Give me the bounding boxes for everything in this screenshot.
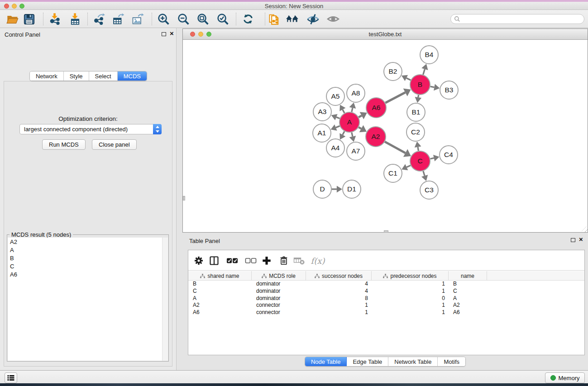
add-row-icon[interactable]: [260, 254, 273, 267]
float-panel-icon[interactable]: [162, 32, 166, 36]
graph-node-A8[interactable]: A8: [347, 84, 365, 102]
graph-node-B1[interactable]: B1: [407, 103, 425, 121]
go-home-icon[interactable]: [286, 12, 299, 26]
graph-edge-A6-B[interactable]: [385, 89, 411, 103]
tab-motifs[interactable]: Motifs: [438, 357, 465, 366]
memory-button[interactable]: Memory: [545, 372, 585, 383]
run-mcds-button[interactable]: Run MCDS: [42, 139, 86, 150]
graph-edge-D-D1[interactable]: [332, 186, 342, 193]
graph-edge-C-C2[interactable]: [415, 142, 421, 151]
new-network-icon[interactable]: [268, 12, 281, 26]
refresh-icon[interactable]: [241, 12, 255, 26]
graph-node-A4[interactable]: A4: [326, 139, 344, 157]
graph-edge-B-B2[interactable]: [402, 75, 411, 81]
zoom-selected-icon[interactable]: [216, 12, 229, 26]
graph-edge-A-A6[interactable]: [359, 112, 367, 119]
result-item-B[interactable]: B: [8, 254, 168, 262]
import-table-icon[interactable]: [68, 12, 82, 26]
graph-edge-A2-C[interactable]: [385, 142, 411, 157]
graph-edge-B-B1[interactable]: [415, 95, 422, 103]
graph-node-D1[interactable]: D1: [343, 180, 361, 198]
table-row-A6[interactable]: A6connector11A6: [188, 309, 584, 316]
graph-edge-A-A8[interactable]: [349, 103, 356, 112]
graph-node-A5[interactable]: A5: [326, 87, 344, 105]
graph-node-C4[interactable]: C4: [440, 146, 458, 164]
graph-node-B4[interactable]: B4: [420, 46, 438, 64]
open-session-icon[interactable]: [6, 12, 19, 26]
export-table-icon[interactable]: [111, 12, 125, 26]
graph-edge-A-A4[interactable]: [339, 131, 345, 139]
tab-style[interactable]: Style: [64, 71, 89, 81]
result-scrollbar[interactable]: [162, 238, 168, 361]
task-history-button[interactable]: [5, 372, 17, 383]
graph-edge-A-A3[interactable]: [331, 114, 340, 120]
graph-edge-A-A5[interactable]: [339, 105, 345, 113]
graph-node-A[interactable]: A: [339, 112, 359, 132]
result-item-A[interactable]: A: [8, 246, 168, 254]
graph-node-A6[interactable]: A6: [366, 98, 386, 118]
graph-edge-B-B4[interactable]: [421, 64, 428, 75]
graph-edge-C-C4[interactable]: [430, 155, 440, 162]
graph-edge-C-C1[interactable]: [402, 164, 411, 171]
graph-edge-C-C3[interactable]: [421, 171, 428, 181]
unselect-all-icon[interactable]: [244, 254, 258, 267]
graph-node-A7[interactable]: A7: [347, 142, 365, 160]
tab-network-table[interactable]: Network Table: [388, 357, 438, 366]
select-all-icon[interactable]: [225, 254, 239, 267]
graph-node-B3[interactable]: B3: [440, 81, 458, 99]
search-field[interactable]: [450, 14, 584, 24]
graph-node-C[interactable]: C: [410, 151, 430, 171]
show-panel-eye-icon[interactable]: [326, 12, 340, 26]
table-float-icon[interactable]: [571, 238, 575, 242]
graph-node-A2[interactable]: A2: [366, 127, 386, 147]
bottom-scroll-grip[interactable]: [384, 230, 388, 233]
graph-node-C2[interactable]: C2: [406, 123, 425, 141]
criterion-dropdown[interactable]: largest connected component (directed): [19, 124, 162, 134]
import-network-icon[interactable]: [48, 12, 62, 26]
tab-mcds[interactable]: MCDS: [118, 71, 147, 81]
delete-row-icon[interactable]: [277, 254, 291, 267]
graph-node-B2[interactable]: B2: [384, 62, 402, 81]
table-row-B[interactable]: Bdominator41B: [188, 281, 584, 288]
clear-table-icon[interactable]: [292, 254, 306, 267]
graph-node-C1[interactable]: C1: [384, 164, 402, 182]
graph-edge-A-A1[interactable]: [331, 124, 340, 131]
save-session-icon[interactable]: [22, 12, 36, 26]
left-scroll-grip[interactable]: [183, 196, 185, 200]
search-input[interactable]: [462, 16, 584, 22]
graph-node-B[interactable]: B: [410, 75, 430, 95]
table-row-C[interactable]: Cdominator41C: [188, 288, 584, 295]
graph-node-A3[interactable]: A3: [313, 103, 331, 121]
graph-edge-A-A7[interactable]: [349, 133, 356, 142]
result-item-C[interactable]: C: [8, 262, 168, 270]
function-builder-icon[interactable]: f(x): [309, 254, 327, 267]
tab-select[interactable]: Select: [89, 71, 118, 81]
column-header-name[interactable]: name: [449, 271, 487, 281]
graph-edge-B-B3[interactable]: [430, 84, 440, 91]
tab-network[interactable]: Network: [30, 71, 64, 81]
graph-node-D[interactable]: D: [313, 180, 331, 198]
graph-edge-A-A2[interactable]: [359, 125, 367, 132]
settings-gear-icon[interactable]: [192, 254, 206, 267]
column-header-MCDS-role[interactable]: MCDS role: [252, 271, 306, 281]
column-header-successor-nodes[interactable]: successor nodes: [306, 271, 372, 281]
export-network-icon[interactable]: [92, 12, 106, 26]
graph-node-A1[interactable]: A1: [313, 124, 331, 142]
result-item-A6[interactable]: A6: [8, 270, 168, 278]
zoom-in-icon[interactable]: [157, 12, 170, 26]
export-image-icon[interactable]: [131, 12, 144, 26]
resize-grip-icon[interactable]: [582, 226, 588, 232]
table-close-icon[interactable]: ×: [579, 235, 583, 243]
column-header-shared-name[interactable]: shared name: [188, 271, 252, 281]
show-column-icon[interactable]: [207, 254, 221, 267]
zoom-out-icon[interactable]: [177, 12, 190, 26]
tab-edge-table[interactable]: Edge Table: [347, 357, 388, 366]
graph-node-C3[interactable]: C3: [420, 181, 438, 199]
table-row-A2[interactable]: A2connector11A2: [188, 302, 584, 309]
result-item-A2[interactable]: A2: [8, 238, 168, 246]
zoom-fit-icon[interactable]: [196, 12, 210, 26]
tab-node-table[interactable]: Node Table: [305, 357, 347, 366]
column-header-predecessor-nodes[interactable]: predecessor nodes: [372, 271, 449, 281]
hide-panel-eye-slash-icon[interactable]: [306, 12, 320, 26]
network-canvas[interactable]: B4B2BB3A8A5A6B1A3AC2A1A2A4A7C4CC1DD1C3: [183, 40, 588, 232]
